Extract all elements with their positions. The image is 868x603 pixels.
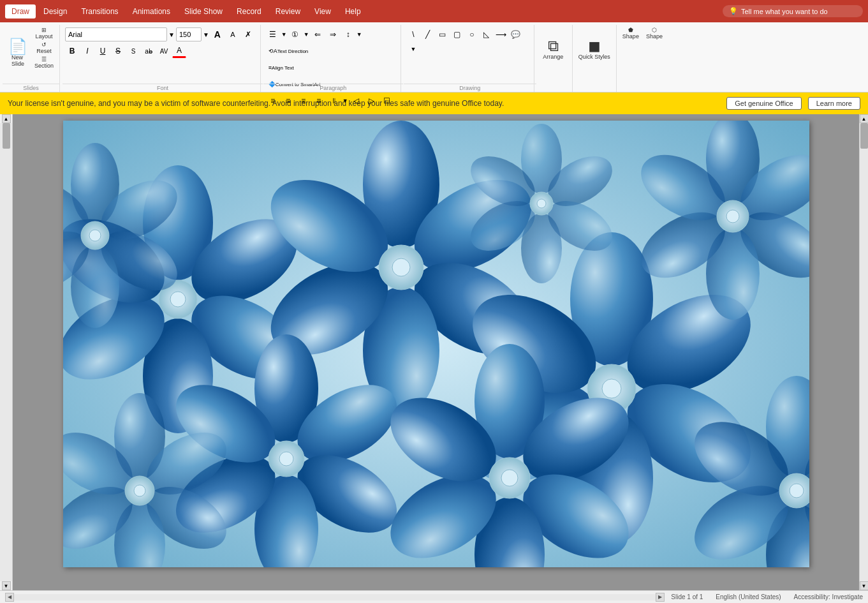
font-size-input[interactable] — [176, 27, 202, 41]
slide-background — [63, 121, 809, 567]
font-name-dropdown-icon[interactable]: ▼ — [168, 31, 175, 38]
menu-transitions[interactable]: Transitions — [75, 4, 124, 19]
justify-button[interactable]: ≡ — [312, 94, 326, 108]
section-button[interactable]: ☰ Section — [31, 56, 57, 70]
menu-animations[interactable]: Animations — [126, 4, 177, 19]
line-spacing-button[interactable]: ↕ — [341, 27, 355, 41]
columns-dropdown-icon[interactable]: ▼ — [342, 98, 348, 104]
shape-fill-icon: ⬟ — [628, 27, 633, 33]
bold-button[interactable]: B — [65, 44, 79, 58]
h-scroll-track[interactable] — [14, 594, 656, 600]
ltr-button[interactable]: ▷ — [365, 94, 379, 108]
shape-outline-icon: ⬡ — [652, 27, 657, 33]
shape-line-btn[interactable]: ╱ — [421, 27, 435, 41]
scroll-thumb-left[interactable] — [3, 123, 10, 149]
scroll-right-button[interactable]: ▶ — [656, 593, 665, 602]
bullets-dropdown-icon[interactable]: ▼ — [281, 31, 287, 38]
arrange-group: ⧉ Arrange — [534, 25, 573, 92]
columns-button[interactable]: ⫴ — [327, 94, 341, 108]
shape-oval-btn[interactable]: ○ — [465, 27, 479, 41]
scroll-track-left — [0, 123, 12, 581]
layout-button[interactable]: ⊞ Layout — [31, 26, 57, 40]
shape-rect-btn[interactable]: ▭ — [436, 27, 450, 41]
scroll-track-right — [860, 123, 868, 581]
strikethrough-button[interactable]: S — [111, 44, 125, 58]
get-genuine-office-button[interactable]: Get genuine Office — [726, 97, 802, 110]
scroll-down-left[interactable]: ▼ — [2, 581, 11, 590]
svg-point-8 — [170, 292, 186, 307]
char-spacing-button[interactable]: AV — [157, 44, 171, 58]
font-shrink-button[interactable]: A — [226, 27, 240, 41]
svg-point-48 — [726, 210, 739, 223]
new-slide-label: NewSlide — [11, 54, 24, 67]
font-grow-button[interactable]: A — [210, 27, 224, 41]
scroll-up-left[interactable]: ▲ — [2, 114, 11, 123]
shape-arrow2-btn[interactable]: ⟶ — [494, 27, 508, 41]
shape-arrow-btn[interactable]: \ — [406, 27, 420, 41]
rtl-button[interactable]: ◁ — [349, 94, 364, 108]
increase-indent-button[interactable]: ⇒ — [326, 27, 340, 41]
menu-bar: Draw Design Transitions Animations Slide… — [0, 0, 868, 22]
quick-styles-group: ◼ Quick Styles — [573, 25, 617, 92]
tell-me-placeholder: Tell me what you want to do — [741, 8, 828, 15]
align-left-button[interactable]: ≡ — [266, 94, 280, 108]
paragraph-group-label: Paragraph — [263, 84, 403, 92]
menu-draw[interactable]: Draw — [5, 4, 36, 19]
align-right-button[interactable]: ≡ — [297, 94, 311, 108]
decrease-indent-button[interactable]: ⇐ — [311, 27, 325, 41]
lightbulb-icon: 💡 — [729, 7, 738, 15]
bottom-scroll: ◀ ▶ — [5, 593, 665, 602]
font-color-button[interactable]: A — [172, 44, 186, 58]
text-box-button[interactable]: ☐ — [380, 94, 394, 108]
shape-fill-button[interactable]: ⬟ Shape — [619, 26, 642, 40]
shape-outline-button[interactable]: ⬡ Shape — [643, 26, 666, 40]
quick-styles-button[interactable]: ◼ Quick Styles — [575, 26, 614, 72]
shape-rounded-rect-btn[interactable]: ▢ — [450, 27, 464, 41]
slides-group-label: Slides — [3, 84, 59, 92]
strikethrough2-button[interactable]: ab̶ — [142, 44, 156, 58]
shape-more-btn[interactable]: ▼ — [406, 42, 420, 56]
italic-button[interactable]: I — [80, 44, 94, 58]
shape-effects-group: ⬟ Shape ⬡ Shape — [617, 25, 668, 92]
scroll-left-button[interactable]: ◀ — [5, 593, 14, 602]
menu-design[interactable]: Design — [37, 4, 73, 19]
menu-view[interactable]: View — [308, 4, 337, 19]
language-info: English (United States) — [716, 593, 781, 600]
text-direction-button[interactable]: ⟲A Text Direction — [266, 44, 311, 58]
drawing-group-label: Drawing — [404, 84, 536, 92]
line-spacing-dropdown-icon[interactable]: ▼ — [357, 31, 362, 38]
menu-help[interactable]: Help — [339, 4, 367, 19]
menu-slideshow[interactable]: Slide Show — [178, 4, 229, 19]
menu-record[interactable]: Record — [230, 4, 268, 19]
slide-image — [63, 121, 809, 567]
new-slide-button[interactable]: 📄 NewSlide — [5, 30, 31, 76]
numbering-dropdown-icon[interactable]: ▼ — [304, 31, 309, 38]
svg-point-64 — [89, 230, 101, 241]
font-name-input[interactable] — [65, 27, 167, 41]
reset-button[interactable]: ↺ Reset — [31, 41, 57, 55]
accessibility-info: Accessibility: Investigate — [794, 593, 863, 600]
slide-panel[interactable] — [13, 114, 859, 590]
scroll-down-button[interactable]: ▼ — [860, 581, 869, 590]
slide-info: Slide 1 of 1 — [671, 593, 703, 600]
arrange-button[interactable]: ⧉ Arrange — [540, 26, 566, 72]
menu-review[interactable]: Review — [269, 4, 307, 19]
shape-right-angle-btn[interactable]: ◺ — [480, 27, 494, 41]
tell-me-box[interactable]: 💡 Tell me what you want to do — [723, 5, 863, 17]
section-icon: ☰ — [41, 56, 47, 63]
scroll-up-button[interactable]: ▲ — [860, 114, 869, 123]
align-text-button[interactable]: ≡ Align Text — [266, 61, 297, 75]
shadow-button[interactable]: S — [126, 44, 140, 58]
numbering-button[interactable]: ① — [288, 27, 302, 41]
slide-container[interactable] — [63, 121, 809, 567]
clear-formatting-button[interactable]: ✗ — [241, 27, 255, 41]
learn-more-button[interactable]: Learn more — [808, 97, 860, 110]
drawing-group: \ ╱ ▭ ▢ ○ ◺ ⟶ 💬 ▼ Drawing — [401, 25, 534, 92]
font-size-dropdown-icon[interactable]: ▼ — [203, 31, 209, 38]
shape-callout-btn[interactable]: 💬 — [509, 27, 523, 41]
quick-styles-label: Quick Styles — [578, 54, 610, 60]
bullets-button[interactable]: ☰ — [266, 27, 280, 41]
align-center-button[interactable]: ≡ — [281, 94, 295, 108]
scroll-thumb-right[interactable] — [860, 123, 868, 149]
underline-button[interactable]: U — [96, 44, 110, 58]
